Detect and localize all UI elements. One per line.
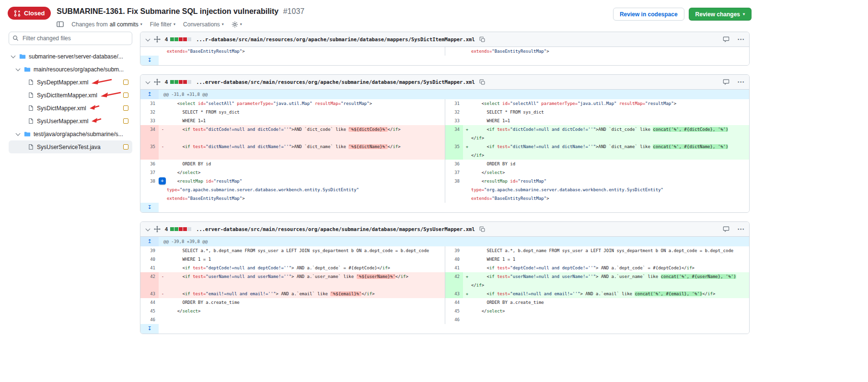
conversations-dropdown[interactable]: Conversations ▾	[183, 21, 224, 28]
folder-icon	[24, 66, 31, 73]
line-number-old[interactable]: 41	[140, 264, 159, 272]
move-icon[interactable]	[154, 36, 161, 43]
line-number-old[interactable]: 32	[140, 108, 159, 116]
tree-folder-test-java-org-apache-submarine-s[interactable]: test/java/org/apache/submarine/s...	[9, 127, 132, 140]
diff-sign	[159, 116, 167, 125]
file-filter-dropdown[interactable]: File filter ▾	[150, 21, 175, 28]
code-token: <	[471, 127, 489, 132]
line-number-new[interactable]: 44	[445, 298, 463, 307]
tree-file-sysdictitemmapper-xml[interactable]: SysDictItemMapper.xml	[9, 89, 132, 102]
line-number-old[interactable]: 37	[140, 168, 159, 177]
kebab-menu-icon[interactable]: ⋯	[737, 227, 744, 232]
line-number-old[interactable]: 35	[140, 142, 159, 160]
line-number-new[interactable]: 43	[445, 289, 463, 298]
line-number-old[interactable]: 34	[140, 125, 159, 142]
tree-item-label: SysDictItemMapper.xml	[37, 92, 97, 99]
code-token: "java.util.Map"	[578, 101, 616, 106]
folder-icon	[19, 53, 26, 60]
code-token	[167, 317, 169, 322]
line-number-new[interactable]: 31	[445, 99, 463, 108]
tree-folder-submarine-server-server-database[interactable]: submarine-server/server-database/...	[9, 50, 132, 63]
comment-icon[interactable]	[723, 79, 729, 85]
line-number-new[interactable]: 34	[445, 125, 463, 142]
tree-folder-main-resources-org-apache-subm[interactable]: main/resources/org/apache/subm...	[9, 63, 132, 76]
code-token: if	[393, 127, 398, 132]
expand-down-button[interactable]: ↧	[140, 324, 159, 334]
line-number-old[interactable]	[140, 47, 159, 56]
line-number-old[interactable]: 39	[140, 246, 159, 255]
tree-file-sysdeptmapper-xml[interactable]: SysDeptMapper.xml	[9, 76, 132, 89]
line-number-new[interactable]: 42	[445, 272, 463, 289]
code-token: "org.apache.submarine.server.database.wo…	[180, 187, 359, 192]
review-in-codespace-button[interactable]: Review in codespace	[613, 8, 684, 21]
comment-icon[interactable]	[723, 36, 729, 43]
copy-path-icon[interactable]	[479, 226, 486, 232]
filter-files-box	[9, 32, 132, 45]
diff-sign: +	[159, 177, 167, 203]
review-changes-button[interactable]: Review changes ▾	[689, 8, 752, 21]
line-number-new[interactable]: 36	[445, 160, 463, 168]
line-number-new[interactable]: 37	[445, 168, 463, 177]
code-token: select	[484, 101, 500, 106]
code-token: "org.apache.submarine.server.database.wo…	[484, 187, 663, 192]
add-comment-button[interactable]: +	[159, 177, 166, 185]
code-token: <	[167, 144, 185, 149]
file-header: 4...erver-database/src/main/resources/or…	[140, 75, 749, 90]
line-number-old[interactable]: 42	[140, 272, 159, 289]
line-number-new[interactable]: 32	[445, 108, 463, 116]
line-number-new[interactable]	[445, 47, 463, 56]
kebab-menu-icon[interactable]: ⋯	[737, 37, 744, 42]
expand-down-button[interactable]: ↧	[140, 203, 159, 212]
copy-path-icon[interactable]	[479, 36, 486, 43]
line-number-new[interactable]: 41	[445, 264, 463, 272]
line-number-new[interactable]: 35	[445, 142, 463, 160]
line-number-new[interactable]: 40	[445, 255, 463, 264]
move-icon[interactable]	[154, 226, 161, 232]
line-number-new[interactable]: 33	[445, 116, 463, 125]
code-token: if	[489, 291, 495, 296]
code-cell-old: <if test="dictCode!=null and dictCode!='…	[167, 125, 445, 142]
tree-file-sysdictmapper-xml[interactable]: SysDictMapper.xml	[9, 102, 132, 115]
line-number-old[interactable]: 43	[140, 289, 159, 298]
line-number-old[interactable]: 46	[140, 315, 159, 324]
line-number-new[interactable]: 38	[445, 177, 463, 203]
expand-down-button[interactable]: ↧	[140, 56, 159, 65]
line-number-old[interactable]: 38	[140, 177, 159, 203]
expand-hunk-button[interactable]: ↥	[140, 90, 159, 99]
collapse-file-chevron-icon[interactable]	[146, 36, 150, 41]
tree-file-sysusermapper-xml[interactable]: SysUserMapper.xml	[9, 115, 132, 127]
copy-path-icon[interactable]	[479, 79, 486, 85]
code-token: >	[502, 309, 505, 313]
code-cell-new	[471, 315, 749, 324]
changed-word: concat('%', #{dictCode}, '%')	[653, 127, 728, 132]
line-number-old[interactable]: 45	[140, 307, 159, 315]
collapse-file-chevron-icon[interactable]	[146, 79, 150, 84]
line-number-new[interactable]: 39	[445, 246, 463, 255]
move-icon[interactable]	[154, 79, 161, 85]
sidebar-toggle-icon[interactable]	[57, 21, 64, 28]
diffstat-block-add	[174, 227, 178, 231]
comment-icon[interactable]	[723, 226, 729, 232]
line-number-old[interactable]: 40	[140, 255, 159, 264]
commits-dropdown[interactable]: Changes from all commits ▾	[71, 21, 142, 28]
annotation-arrow-icon	[89, 104, 100, 112]
file-icon	[28, 144, 34, 150]
diffstat-block-del	[183, 227, 187, 231]
collapse-file-chevron-icon[interactable]	[146, 226, 150, 231]
code-token: > AND a.`user_name` like	[596, 274, 660, 279]
file-icon	[28, 79, 34, 85]
tree-file-sysuserservicetest-java[interactable]: SysUserServiceTest.java	[9, 140, 132, 153]
line-number-new[interactable]: 45	[445, 307, 463, 315]
line-number-new[interactable]: 46	[445, 315, 463, 324]
line-number-old[interactable]: 44	[140, 298, 159, 307]
kebab-menu-icon[interactable]: ⋯	[737, 80, 744, 84]
line-number-old[interactable]: 31	[140, 99, 159, 108]
annotation-arrow-icon	[91, 117, 102, 125]
line-number-old[interactable]: 33	[140, 116, 159, 125]
filter-files-input[interactable]	[9, 32, 132, 45]
expand-hunk-button[interactable]: ↥	[140, 237, 159, 246]
line-number-old[interactable]: 36	[140, 160, 159, 168]
code-cell-old: <if test="email!=null and email!=''"> AN…	[167, 289, 445, 298]
diff-settings-dropdown[interactable]: ▾	[231, 21, 242, 28]
changed-word: '%${userName}%'	[357, 274, 395, 279]
